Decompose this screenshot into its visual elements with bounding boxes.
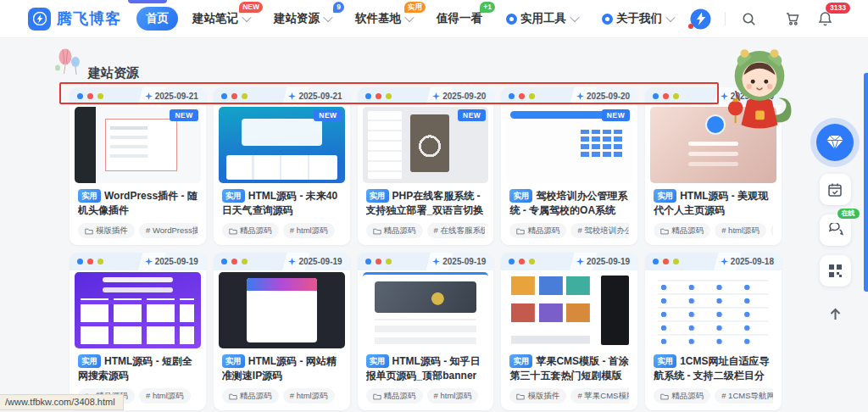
tag-pill[interactable]: 模版插件 <box>78 223 135 238</box>
nav-item-值得一看[interactable]: 值得一看 +1 <box>427 7 492 31</box>
tag-pill[interactable]: 精品源码 <box>654 388 710 404</box>
tag-pill[interactable]: 精品源码 <box>509 223 566 238</box>
card-date: 2025-09-19 <box>587 257 630 266</box>
tag-pill[interactable]: 精品源码 <box>222 223 279 238</box>
tag-pill[interactable]: 精品源码 <box>366 223 423 238</box>
card-thumbnail: NEW <box>506 107 632 183</box>
card-header: 2025-09-19 <box>358 253 494 270</box>
resource-card[interactable]: 2025-09-19 实用HTML源码 - 知乎日报单页源码_顶部banner … <box>358 253 494 410</box>
card-date: 2025-09-19 <box>155 257 198 266</box>
sparkle-icon <box>145 258 153 265</box>
search-icon[interactable] <box>739 9 758 28</box>
card-tags: 精品源码 # 1CMS导航网站程序 <box>654 388 773 404</box>
useful-badge: 实用 <box>509 354 532 368</box>
card-tags: 模版插件 # WordPress插件 <box>78 223 198 239</box>
tag-pill[interactable]: # 苹果CMS模版 <box>570 388 629 404</box>
card-tags: 精品源码 # html源码 # 个人主页源码 <box>654 223 773 239</box>
sparkle-icon <box>145 92 153 100</box>
useful-badge: 实用 <box>366 189 389 203</box>
status-dot <box>688 24 693 29</box>
card-title[interactable]: 实用HTML源码 - 网站精准测速IP源码 <box>222 354 342 384</box>
card-title[interactable]: 实用HTML源码 - 知乎日报单页源码_顶部banner <box>366 354 486 384</box>
sparkle-icon <box>576 258 584 265</box>
card-body: 实用HTML源码 - 美观现代个人主页源码 精品源码 # html源码 # 个人… <box>645 183 782 245</box>
nav-item-建站笔记[interactable]: 建站笔记 NEW <box>183 7 259 31</box>
chat-support-button[interactable]: 在线 <box>820 214 851 246</box>
tag-pill[interactable]: # html源码 <box>427 388 479 404</box>
card-title[interactable]: 实用WordPress插件 - 随机头像插件 <box>78 189 198 219</box>
chevron-down-icon <box>665 13 675 22</box>
card-thumbnail <box>219 272 345 348</box>
tag-label: # 在线客服系统 <box>434 225 486 237</box>
qrcode-icon <box>828 264 843 278</box>
vip-gem-button[interactable] <box>816 124 854 161</box>
nav-item-软件基地[interactable]: 软件基地 实用 <box>346 7 422 31</box>
card-date-wrap: 2025-09-18 <box>721 257 774 266</box>
back-to-top-button[interactable] <box>820 301 851 326</box>
nav-item-首页[interactable]: 首页 <box>136 7 178 31</box>
tag-pill[interactable]: 精品源码 <box>366 388 423 404</box>
gem-icon <box>826 135 843 150</box>
resource-card[interactable]: 2025-09-19 实用苹果CMS模版 - 首涂第三十五套热门短剧模版 模版插… <box>501 253 637 410</box>
user-avatar-logo[interactable] <box>690 8 711 30</box>
card-date: 2025-09-19 <box>298 257 342 266</box>
nav-item-实用工具[interactable]: 实用工具 <box>497 7 587 31</box>
online-status-badge: 在线 <box>837 209 860 219</box>
tag-pill[interactable]: # html源码 <box>283 223 335 238</box>
resource-card[interactable]: 2025-09-20 NEW 实用PHP在线客服系统 - 支持独立部署_双语言切… <box>358 87 494 245</box>
card-title[interactable]: 实用HTML源码 - 短剧全网搜索源码 <box>78 354 198 384</box>
card-date: 2025-09-20 <box>587 92 630 101</box>
cart-icon[interactable] <box>783 9 802 28</box>
nav-item-建站资源[interactable]: 建站资源 9 <box>264 7 341 31</box>
chevron-down-icon <box>570 13 579 22</box>
resource-card[interactable]: 2025-09-18 实用1CMS网址自适应导航系统 - 支持二级栏目分类 精品… <box>645 253 782 410</box>
resource-card[interactable]: 2025-09-21 NEW 实用HTML源码 - 未来40日天气查询源码 精品… <box>214 87 350 245</box>
tag-pill[interactable]: # WordPress插件 <box>139 223 198 238</box>
card-title[interactable]: 实用HTML源码 - 未来40日天气查询源码 <box>222 189 342 219</box>
tag-pill[interactable]: 精品源码 <box>654 223 710 238</box>
card-thumbnail: NEW <box>219 107 345 183</box>
tag-pill[interactable]: # 在线客服系统 <box>427 223 486 238</box>
site-logo[interactable]: 腾飞博客 <box>28 8 121 31</box>
resource-card[interactable]: 2025-09-20 NEW 实用驾校培训办公管理系统 - 专属驾校的OA系统 … <box>501 87 637 245</box>
card-title[interactable]: 实用1CMS网址自适应导航系统 - 支持二级栏目分类 <box>654 354 773 384</box>
resource-card[interactable]: 2025-09-19 实用HTML源码 - 短剧全网搜索源码 精品源码 # ht… <box>70 253 206 410</box>
category-folder-icon <box>229 393 237 400</box>
card-body: 实用WordPress插件 - 随机头像插件 模版插件 # WordPress插… <box>70 183 206 245</box>
card-title[interactable]: 实用HTML源码 - 美观现代个人主页源码 <box>654 189 773 219</box>
card-date: 2025-09-19 <box>442 257 486 266</box>
tag-pill[interactable]: 模版插件 <box>509 388 566 404</box>
resource-card[interactable]: 2025-09-19 实用HTML源码 - 网站精准测速IP源码 精品源码 # … <box>214 253 350 410</box>
notification-bell-icon[interactable]: 3133 <box>815 9 834 28</box>
category-folder-icon <box>660 393 669 400</box>
card-tags: 精品源码 # html源码 <box>222 388 342 404</box>
tag-label: 精品源码 <box>240 225 272 237</box>
tag-label: 精品源码 <box>384 225 416 237</box>
tag-pill[interactable]: # html源码 <box>283 388 335 404</box>
resource-card[interactable]: 2025-09-21 NEW 实用WordPress插件 - 随机头像插件 模版… <box>70 87 206 245</box>
card-tags: 精品源码 # 在线客服系统 <box>366 223 486 239</box>
resource-card-grid: 2025-09-21 NEW 实用WordPress插件 - 随机头像插件 模版… <box>70 87 782 410</box>
card-title[interactable]: 实用苹果CMS模版 - 首涂第三十五套热门短剧模版 <box>509 354 629 384</box>
category-folder-icon <box>373 393 381 400</box>
signin-calendar-button[interactable] <box>820 174 851 205</box>
card-title[interactable]: 实用PHP在线客服系统 - 支持独立部署_双语言切换 <box>366 189 486 219</box>
useful-badge: 实用 <box>222 189 245 203</box>
sparkle-icon <box>288 258 296 265</box>
tag-pill[interactable]: # 个人主页源码 <box>771 223 773 238</box>
category-folder-icon <box>229 227 237 235</box>
nav-item-关于我们[interactable]: 关于我们 <box>593 7 683 31</box>
resource-card[interactable]: 2025-09-20 实用HTML源码 - 美观现代个人主页源码 精品源码 # … <box>645 87 782 245</box>
tag-label: 精品源码 <box>671 391 704 402</box>
new-badge: NEW <box>458 109 486 121</box>
card-title[interactable]: 实用驾校培训办公管理系统 - 专属驾校的OA系统 <box>509 189 629 219</box>
tag-pill[interactable]: 精品源码 <box>222 388 279 404</box>
window-dots-icon <box>221 93 248 99</box>
scrollbar-thumb[interactable] <box>864 73 868 292</box>
qrcode-button[interactable] <box>820 255 851 287</box>
card-body: 实用苹果CMS模版 - 首涂第三十五套热门短剧模版 模版插件 # 苹果CMS模版… <box>501 348 637 410</box>
tag-pill[interactable]: # 1CMS导航网站程序 <box>715 388 773 404</box>
tag-pill[interactable]: # html源码 <box>139 388 191 404</box>
tag-pill[interactable]: # 驾校培训办公管理系统 <box>570 223 629 238</box>
tag-pill[interactable]: # html源码 <box>715 223 766 238</box>
